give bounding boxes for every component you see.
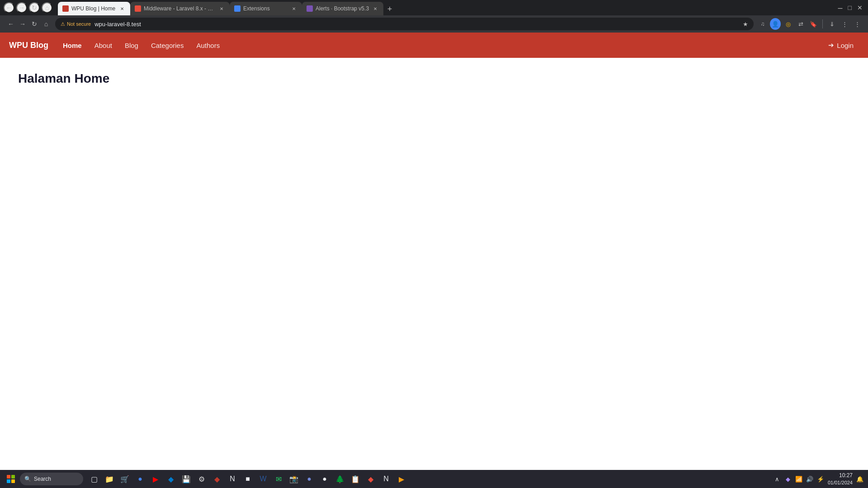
- home-button[interactable]: ⌂: [42, 2, 52, 13]
- nav-links: Home About Blog Categories Authors: [57, 39, 823, 52]
- navbar-right: ➔ Login: [823, 38, 859, 52]
- tab-favicon-4: [307, 5, 313, 12]
- login-label: Login: [837, 42, 854, 49]
- color-mgmt-icon[interactable]: ◆: [783, 474, 793, 483]
- taskbar: 🔍 Search ▢ 📁 🛒 ● ▶ ◆ 💾 ⚙ ◆ N ■ W ✉ 📸 ● ●…: [0, 470, 868, 488]
- tab-4[interactable]: Alerts · Bootstrap v5.3 ✕: [302, 2, 383, 15]
- security-badge: ⚠ Not secure: [61, 21, 91, 27]
- bookmark-icon[interactable]: ★: [743, 21, 748, 28]
- tab-close-3[interactable]: ✕: [290, 5, 297, 12]
- tab-close-4[interactable]: ✕: [372, 5, 379, 12]
- nav-controls: ← → ↻ ⌂: [5, 19, 52, 29]
- app-icon-1[interactable]: 📸: [287, 472, 301, 486]
- tab-title-1: WPU Blog | Home: [71, 5, 116, 12]
- store-icon[interactable]: 🛒: [118, 472, 132, 486]
- tab-title-2: Middleware - Laravel 8.x - The...: [144, 5, 215, 12]
- notion-icon[interactable]: N: [225, 472, 240, 486]
- taskbar-search[interactable]: 🔍 Search: [20, 473, 83, 485]
- youtube-icon[interactable]: ▶: [148, 472, 163, 486]
- tab-2[interactable]: Middleware - Laravel 8.x - The... ✕: [130, 2, 230, 15]
- logo-sq-1: [7, 475, 10, 479]
- browser-chrome: ← → ↻ ⌂ WPU Blog | Home ✕ Middleware - L…: [0, 0, 868, 15]
- taskbar-apps: ▢ 📁 🛒 ● ▶ ◆ 💾 ⚙ ◆ N ■ W ✉ 📸 ● ● 🌲 📋 ◆ N …: [87, 472, 771, 486]
- discord-icon[interactable]: ●: [302, 472, 316, 486]
- clock[interactable]: 10:27 01/01/2024: [828, 472, 853, 486]
- logo-sq-4: [11, 479, 15, 483]
- login-button[interactable]: ➔ Login: [823, 38, 859, 52]
- sync-icon[interactable]: ⇄: [795, 19, 806, 29]
- nav-link-home[interactable]: Home: [57, 39, 87, 52]
- windows-logo: [7, 475, 15, 483]
- color-icon[interactable]: ◎: [783, 19, 793, 29]
- nav-link-about[interactable]: About: [89, 39, 118, 52]
- tab-favicon-3: [234, 5, 241, 12]
- site-brand[interactable]: WPU Blog: [9, 41, 48, 50]
- vlc-icon[interactable]: ▶: [394, 472, 409, 486]
- maximize-button[interactable]: □: [846, 4, 854, 11]
- tab-favicon-1: [62, 5, 69, 12]
- address-text: wpu-laravel-8.test: [94, 21, 739, 28]
- extensions-icon[interactable]: ♫: [757, 19, 768, 29]
- search-icon: 🔍: [24, 476, 31, 482]
- tab-close-1[interactable]: ✕: [118, 5, 126, 12]
- address-bar: ← → ↻ ⌂ ⚠ Not secure wpu-laravel-8.test …: [0, 15, 868, 33]
- search-label: Search: [34, 476, 51, 482]
- refresh-icon[interactable]: ↻: [29, 19, 40, 29]
- tab-title-3: Extensions: [243, 5, 288, 12]
- nav-link-authors[interactable]: Authors: [191, 39, 225, 52]
- apps-icon[interactable]: ⋮: [839, 19, 850, 29]
- page-title: Halaman Home: [18, 71, 850, 86]
- task-view-icon[interactable]: ▢: [87, 472, 101, 486]
- notes-icon[interactable]: 📋: [348, 472, 363, 486]
- whatsapp-icon[interactable]: ✉: [271, 472, 286, 486]
- tab-1[interactable]: WPU Blog | Home ✕: [58, 2, 130, 15]
- tool1-icon[interactable]: ⚙: [194, 472, 209, 486]
- start-button[interactable]: [4, 472, 18, 486]
- notion2-icon[interactable]: N: [379, 472, 393, 486]
- file-explorer-icon[interactable]: 📁: [102, 472, 117, 486]
- chrome-icon[interactable]: ●: [133, 472, 147, 486]
- tool2-icon[interactable]: ◆: [210, 472, 224, 486]
- minimize-button[interactable]: –: [836, 3, 844, 13]
- network-icon[interactable]: 📶: [794, 474, 803, 483]
- nav-link-categories[interactable]: Categories: [146, 39, 189, 52]
- close-window-button[interactable]: ✕: [855, 4, 864, 11]
- tray-up-icon[interactable]: ∧: [773, 474, 782, 483]
- window-controls: ← → ↻ ⌂: [4, 2, 52, 13]
- toolbar-separator: [822, 19, 823, 28]
- volume-icon[interactable]: 🔊: [805, 474, 814, 483]
- word-icon[interactable]: W: [256, 472, 270, 486]
- login-icon: ➔: [828, 41, 834, 49]
- system-tray: ∧ ◆ 📶 🔊 ⚡: [773, 474, 825, 483]
- notification-icon[interactable]: 🔔: [855, 474, 864, 483]
- app-icon-2[interactable]: ●: [317, 472, 332, 486]
- app-icon-3[interactable]: ◆: [363, 472, 378, 486]
- clock-date: 01/01/2024: [828, 479, 853, 486]
- profile-area[interactable]: 👤: [770, 19, 781, 29]
- download-icon[interactable]: ⇓: [826, 19, 837, 29]
- main-content: Halaman Home: [0, 58, 868, 470]
- back-button[interactable]: ←: [4, 2, 14, 13]
- address-input[interactable]: ⚠ Not secure wpu-laravel-8.test ★: [55, 18, 754, 30]
- terminal-icon[interactable]: ■: [241, 472, 255, 486]
- menu-icon[interactable]: ⋮: [852, 19, 863, 29]
- db-icon[interactable]: 💾: [179, 472, 193, 486]
- battery-icon[interactable]: ⚡: [816, 474, 825, 483]
- forward-button[interactable]: →: [16, 2, 27, 13]
- logo-sq-2: [11, 475, 15, 479]
- bookmark-manager-icon[interactable]: 🔖: [808, 19, 819, 29]
- reload-button[interactable]: ↻: [29, 2, 40, 13]
- nav-link-blog[interactable]: Blog: [119, 39, 144, 52]
- site-navbar: WPU Blog Home About Blog Categories Auth…: [0, 33, 868, 58]
- tab-close-2[interactable]: ✕: [218, 5, 225, 12]
- tab-3[interactable]: Extensions ✕: [230, 2, 302, 15]
- home-nav-icon[interactable]: ⌂: [41, 19, 52, 29]
- vscode-icon[interactable]: ◆: [164, 472, 178, 486]
- forward-nav-icon[interactable]: →: [17, 19, 28, 29]
- tab-title-4: Alerts · Bootstrap v5.3: [316, 5, 369, 12]
- logo-sq-3: [7, 479, 10, 483]
- game-icon[interactable]: 🌲: [333, 472, 347, 486]
- new-tab-button[interactable]: +: [383, 3, 396, 15]
- profile-avatar: 👤: [770, 18, 781, 30]
- back-nav-icon[interactable]: ←: [5, 19, 16, 29]
